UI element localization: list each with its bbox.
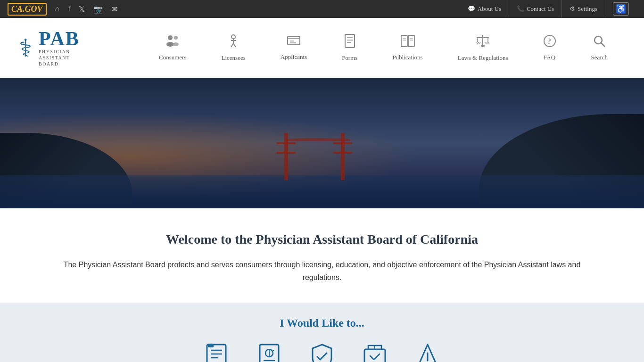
- email-icon[interactable]: ✉: [111, 5, 117, 14]
- caduceus-icon: ⚕: [19, 34, 32, 62]
- contact-us-label: Contact Us: [527, 5, 554, 13]
- would-like-renew[interactable]: [257, 343, 281, 362]
- nav-consumers[interactable]: Consumers: [151, 18, 194, 78]
- would-like-section: I Would Like to...: [0, 303, 644, 362]
- would-like-complaint[interactable]: [363, 343, 387, 362]
- svg-line-7: [231, 43, 233, 47]
- hero-water: [0, 175, 644, 208]
- accessibility-icon: ♿: [613, 2, 629, 16]
- verify-icon: [310, 343, 334, 362]
- facebook-icon[interactable]: f: [68, 5, 70, 13]
- chat-icon: 💬: [468, 5, 475, 13]
- forms-icon: [344, 34, 355, 51]
- apply-icon: [204, 343, 229, 362]
- complaint-icon: [363, 343, 387, 362]
- gear-icon: ⚙: [570, 5, 575, 13]
- welcome-title: Welcome to the Physician Assistant Board…: [38, 232, 606, 247]
- svg-point-0: [168, 35, 173, 40]
- forms-label: Forms: [342, 54, 357, 62]
- search-label: Search: [591, 54, 608, 61]
- nav-search[interactable]: Search: [584, 18, 615, 78]
- nav-faq[interactable]: ? FAQ: [536, 18, 564, 78]
- nav-licensees[interactable]: Licensees: [214, 18, 253, 78]
- svg-rect-43: [364, 349, 385, 362]
- welcome-description: The Physician Assistant Board protects a…: [63, 258, 581, 284]
- accessibility-link[interactable]: ♿: [605, 0, 636, 18]
- settings-label: Settings: [578, 5, 597, 13]
- svg-point-30: [594, 36, 602, 44]
- nav-applicants[interactable]: Applicants: [273, 18, 314, 78]
- laws-icon: [476, 34, 490, 51]
- bridge-cable: [284, 138, 350, 141]
- report-icon: [415, 343, 440, 362]
- consumers-icon: [165, 34, 180, 51]
- would-like-apply[interactable]: [204, 343, 229, 362]
- licensees-icon: [227, 34, 239, 51]
- publications-icon: [401, 34, 415, 51]
- main-nav: Consumers Licensees: [141, 18, 625, 78]
- svg-rect-18: [408, 35, 414, 47]
- svg-line-8: [233, 43, 236, 47]
- logo-pab: PAB: [39, 29, 80, 49]
- applicants-label: Applicants: [281, 53, 307, 61]
- would-like-verify[interactable]: [310, 343, 334, 362]
- svg-point-1: [166, 42, 174, 47]
- phone-icon: 📞: [517, 5, 524, 13]
- ca-gov-logo[interactable]: CA.GOV: [8, 3, 47, 16]
- about-us-label: About Us: [478, 5, 501, 13]
- svg-rect-13: [345, 34, 355, 48]
- top-bar: CA.GOV ⌂ f 𝕏 📷 ✉ 💬 About Us 📞 Contact Us…: [0, 0, 644, 18]
- hero-banner: [0, 78, 644, 208]
- consumers-label: Consumers: [159, 54, 187, 61]
- svg-text:?: ?: [547, 37, 551, 45]
- faq-icon: ?: [543, 34, 556, 51]
- applicants-icon: [287, 35, 301, 50]
- search-icon: [593, 34, 606, 51]
- nav-laws[interactable]: Laws & Regulations: [450, 18, 516, 78]
- contact-us-link[interactable]: 📞 Contact Us: [509, 0, 562, 18]
- svg-rect-9: [288, 36, 300, 45]
- svg-point-2: [174, 36, 178, 40]
- licensees-label: Licensees: [222, 54, 246, 62]
- instagram-icon[interactable]: 📷: [93, 5, 103, 14]
- would-like-report[interactable]: [415, 343, 440, 362]
- logo-area: ⚕ PAB PHYSICIAN ASSISTANT BOARD: [19, 29, 141, 67]
- home-icon[interactable]: ⌂: [55, 5, 60, 13]
- publications-label: Publications: [392, 54, 422, 61]
- svg-line-31: [601, 43, 605, 47]
- svg-rect-36: [208, 344, 214, 347]
- nav-publications[interactable]: Publications: [385, 18, 430, 78]
- nav-forms[interactable]: Forms: [334, 18, 365, 78]
- settings-link[interactable]: ⚙ Settings: [562, 0, 605, 18]
- header: ⚕ PAB PHYSICIAN ASSISTANT BOARD Consumer…: [0, 18, 644, 78]
- twitter-icon[interactable]: 𝕏: [79, 5, 85, 14]
- svg-rect-27: [481, 45, 485, 47]
- faq-label: FAQ: [544, 54, 555, 61]
- about-us-link[interactable]: 💬 About Us: [460, 0, 509, 18]
- logo-subtitle: PHYSICIAN ASSISTANT BOARD: [39, 49, 70, 67]
- svg-point-4: [231, 35, 235, 39]
- laws-label: Laws & Regulations: [458, 54, 508, 62]
- logo-text-area: PAB PHYSICIAN ASSISTANT BOARD: [39, 29, 80, 67]
- top-bar-right: 💬 About Us 📞 Contact Us ⚙ Settings ♿: [460, 0, 636, 18]
- svg-rect-17: [401, 35, 407, 47]
- would-like-icons: [19, 343, 625, 362]
- would-like-title: I Would Like to...: [19, 317, 625, 329]
- welcome-section: Welcome to the Physician Assistant Board…: [0, 208, 644, 303]
- svg-point-3: [173, 42, 179, 46]
- renew-icon: [257, 343, 281, 362]
- top-bar-left: CA.GOV ⌂ f 𝕏 📷 ✉: [8, 3, 117, 16]
